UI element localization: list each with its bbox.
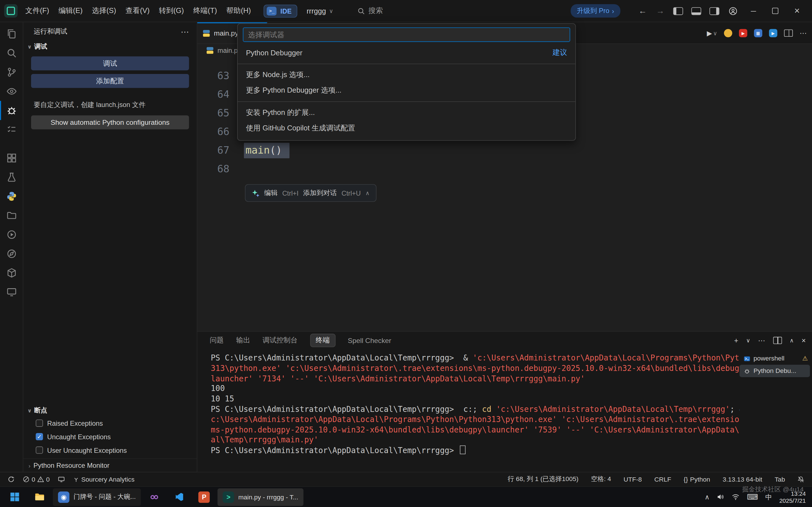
forward-button[interactable]: → bbox=[651, 6, 669, 15]
tab-problems[interactable]: 问题 bbox=[210, 336, 224, 345]
encoding-button[interactable]: UTF-8 bbox=[621, 476, 644, 483]
problems-status-button[interactable]: 0 0 bbox=[20, 476, 53, 483]
maximize-panel-icon[interactable]: ∧ bbox=[790, 337, 794, 344]
debugger-select-input[interactable] bbox=[243, 27, 570, 42]
python-resource-monitor-section[interactable]: › Python Resource Monitor bbox=[23, 458, 197, 472]
language-mode-button[interactable]: {} Python bbox=[681, 476, 713, 483]
preview-eye-icon[interactable] bbox=[0, 82, 23, 101]
new-terminal-icon[interactable]: + bbox=[734, 336, 738, 344]
ide-mode-badge[interactable]: >_ IDE bbox=[264, 4, 297, 17]
minimize-button[interactable]: ─ bbox=[743, 0, 764, 22]
show-auto-config-button[interactable]: Show automatic Python configurations bbox=[31, 115, 189, 129]
chevron-icon[interactable]: ∧ bbox=[365, 190, 369, 196]
more-actions-icon[interactable]: ⋯ bbox=[800, 29, 807, 37]
line-number[interactable]: 67 bbox=[197, 144, 230, 156]
jupyter-beaker-icon[interactable] bbox=[0, 168, 23, 187]
ai-add-to-chat-button[interactable]: 添加到对话 bbox=[303, 188, 337, 198]
terminal-item-python-debug[interactable]: Python Debu... bbox=[740, 365, 810, 377]
search-button[interactable]: 搜索 bbox=[357, 6, 383, 15]
remote-explorer-icon[interactable] bbox=[0, 283, 23, 302]
source-control-icon[interactable] bbox=[0, 63, 23, 82]
run-debug-view-icon[interactable] bbox=[0, 101, 23, 120]
ports-status-button[interactable] bbox=[55, 476, 67, 483]
eol-button[interactable]: CRLF bbox=[652, 476, 674, 483]
line-number[interactable]: 68 bbox=[197, 163, 230, 174]
quickpick-item-more-python-debugger-options[interactable]: 更多 Python Debugger 选项... bbox=[238, 83, 575, 98]
python-interpreter-button[interactable]: 3.13.13 64-bit bbox=[720, 476, 765, 483]
upgrade-pro-button[interactable]: 升级到 Pro › bbox=[571, 4, 620, 18]
toggle-panel-icon[interactable] bbox=[691, 7, 701, 15]
testing-icon[interactable] bbox=[0, 120, 23, 139]
terminal-item-powershell[interactable]: powershell ⚠ bbox=[740, 352, 810, 365]
run-circle-icon[interactable] bbox=[0, 225, 23, 244]
breakpoint-uncaught-exceptions[interactable]: ✓ Uncaught Exceptions bbox=[23, 430, 197, 444]
extension-icon-blue[interactable]: ▦ bbox=[754, 29, 762, 37]
hidden-icons-chevron[interactable]: ∧ bbox=[705, 493, 709, 501]
cursor-position-button[interactable]: 行 68, 列 1 (已选择1005) bbox=[505, 475, 581, 484]
notifications-bell-button[interactable] bbox=[795, 476, 807, 483]
checkbox[interactable]: ✓ bbox=[36, 419, 43, 427]
quickpick-item-install-python-extension[interactable]: 安装 Python 的扩展... bbox=[238, 105, 575, 120]
extension-icon-preview[interactable]: ▶ bbox=[769, 29, 777, 37]
quickpick-item-copilot-generate-config[interactable]: 使用 GitHub Copilot 生成调试配置 bbox=[238, 120, 575, 136]
visual-studio-button[interactable] bbox=[143, 488, 166, 506]
search-view-icon[interactable] bbox=[0, 44, 23, 63]
breakpoint-user-uncaught-exceptions[interactable]: ✓ User Uncaught Exceptions bbox=[23, 444, 197, 457]
vscode-button[interactable] bbox=[168, 488, 191, 506]
section-debug[interactable]: ∨ 调试 bbox=[23, 41, 197, 53]
menu-go[interactable]: 转到(G) bbox=[154, 4, 188, 18]
tab-debug-console[interactable]: 调试控制台 bbox=[263, 336, 298, 345]
indentation-button[interactable]: 空格: 4 bbox=[588, 475, 614, 484]
wifi-icon[interactable] bbox=[732, 493, 740, 501]
terminal-dropdown-icon[interactable]: ∨ bbox=[746, 337, 750, 344]
extension-icon-yellow[interactable] bbox=[724, 29, 732, 37]
project-selector[interactable]: rrrggg ∨ bbox=[307, 7, 333, 15]
more-actions-icon[interactable]: ⋯ bbox=[758, 336, 765, 344]
extension-icon-red-play[interactable]: ▶ bbox=[739, 29, 747, 37]
project-folder-icon[interactable] bbox=[0, 206, 23, 225]
taskbar-window-browser[interactable]: ◉ 门牌号 - 问题 - 大碗... bbox=[53, 488, 141, 506]
package-icon[interactable] bbox=[0, 263, 23, 283]
line-number[interactable]: 66 bbox=[197, 125, 230, 137]
menu-help[interactable]: 帮助(H) bbox=[222, 4, 255, 18]
sourcery-status-button[interactable]: Sourcery Analytics bbox=[70, 476, 137, 483]
toggle-primary-sidebar-icon[interactable] bbox=[673, 7, 683, 15]
toggle-secondary-sidebar-icon[interactable] bbox=[709, 7, 719, 15]
maximize-button[interactable] bbox=[764, 0, 786, 22]
compass-icon[interactable] bbox=[0, 244, 23, 263]
close-panel-icon[interactable]: × bbox=[802, 336, 806, 344]
add-config-button[interactable]: 添加配置 bbox=[31, 74, 189, 88]
split-editor-icon[interactable] bbox=[784, 30, 793, 37]
line-number[interactable]: 63 bbox=[197, 69, 230, 81]
app-logo-icon[interactable] bbox=[4, 4, 18, 18]
checkbox[interactable]: ✓ bbox=[36, 447, 43, 454]
remote-status-button[interactable] bbox=[5, 476, 17, 483]
start-button[interactable] bbox=[3, 488, 26, 506]
back-button[interactable]: ← bbox=[634, 6, 651, 15]
menu-edit[interactable]: 编辑(E) bbox=[54, 4, 88, 18]
menu-selection[interactable]: 选择(S) bbox=[87, 4, 121, 18]
more-actions-icon[interactable]: ⋯ bbox=[181, 26, 189, 37]
quickpick-item-more-node-options[interactable]: 更多 Node.js 选项... bbox=[238, 67, 575, 83]
explorer-icon[interactable] bbox=[0, 24, 23, 44]
tab-focus-mode-button[interactable]: Tab bbox=[772, 476, 788, 483]
run-python-file-button[interactable]: ▶ ∨ bbox=[707, 30, 717, 37]
tab-output[interactable]: 输出 bbox=[236, 336, 250, 345]
extensions-icon[interactable] bbox=[0, 149, 23, 168]
tab-spell-checker[interactable]: Spell Checker bbox=[348, 337, 391, 344]
terminal-output[interactable]: PS C:\Users\Administrator\AppData\Local\… bbox=[197, 349, 740, 472]
debug-button[interactable]: 调试 bbox=[31, 56, 189, 70]
ai-edit-button[interactable]: 编辑 bbox=[264, 188, 278, 198]
menu-terminal[interactable]: 终端(T) bbox=[189, 4, 222, 18]
close-button[interactable]: × bbox=[786, 0, 808, 22]
line-number[interactable]: 65 bbox=[197, 107, 230, 119]
checkbox[interactable]: ✓ bbox=[36, 433, 43, 440]
section-breakpoints[interactable]: ∨ 断点 bbox=[23, 404, 197, 416]
tab-terminal[interactable]: 终端 bbox=[310, 334, 335, 347]
menu-view[interactable]: 查看(V) bbox=[121, 4, 155, 18]
breakpoint-raised-exceptions[interactable]: ✓ Raised Exceptions bbox=[23, 416, 197, 430]
menu-file[interactable]: 文件(F) bbox=[20, 4, 54, 18]
taskbar-window-trae[interactable]: > main.py - rrrggg - T... bbox=[218, 488, 303, 506]
quickpick-item-python-debugger[interactable]: Python Debugger 建议 bbox=[238, 45, 575, 60]
split-terminal-icon[interactable] bbox=[773, 337, 782, 344]
